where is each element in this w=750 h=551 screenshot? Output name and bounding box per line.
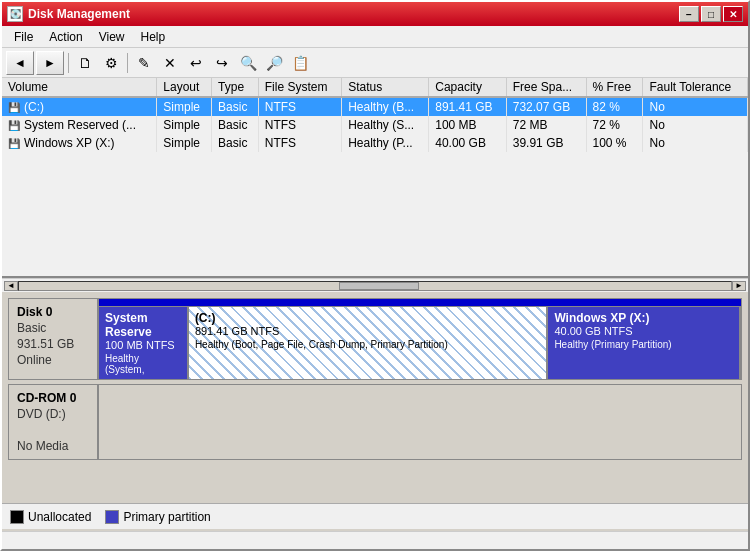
cdrom0-label: CD-ROM 0 DVD (D:) No Media (9, 385, 99, 459)
disk0-row: Disk 0 Basic 931.51 GB Online System Res… (8, 298, 742, 380)
cdrom0-status: No Media (17, 439, 89, 453)
close-button[interactable]: ✕ (723, 6, 743, 22)
partition-status: Healthy (Boot, Page File, Crash Dump, Pr… (195, 339, 541, 350)
scroll-left[interactable]: ◄ (4, 281, 18, 291)
disk0-name: Disk 0 (17, 305, 89, 319)
window-title: Disk Management (28, 7, 130, 21)
partition-c-drive[interactable]: (C:)891.41 GB NTFSHealthy (Boot, Page Fi… (189, 307, 549, 379)
legend-unallocated-box (10, 510, 24, 524)
col-type[interactable]: Type (212, 78, 259, 97)
disk-table: Volume Layout Type File System Status Ca… (2, 78, 748, 152)
cdrom0-type: DVD (D:) (17, 407, 89, 421)
col-status[interactable]: Status (342, 78, 429, 97)
toolbar: ◄ ► 🗋 ⚙ ✎ ✕ ↩ ↪ 🔍 🔎 📋 (2, 48, 748, 78)
forward-button[interactable]: ► (36, 51, 64, 75)
partition-size: 891.41 GB NTFS (195, 325, 541, 337)
maximize-button[interactable]: □ (701, 6, 721, 22)
partition-name: (C:) (195, 311, 541, 325)
scrollbar-track[interactable] (18, 281, 732, 291)
toolbar-btn-4[interactable]: ✕ (158, 51, 182, 75)
col-volume[interactable]: Volume (2, 78, 157, 97)
menu-help[interactable]: Help (133, 28, 174, 46)
partition-size: 40.00 GB NTFS (554, 325, 733, 337)
col-faulttolerance[interactable]: Fault Tolerance (643, 78, 748, 97)
legend-bar: Unallocated Primary partition (2, 503, 748, 529)
cdrom0-row: CD-ROM 0 DVD (D:) No Media (8, 384, 742, 460)
table-row[interactable]: 💾System Reserved (...SimpleBasicNTFSHeal… (2, 116, 748, 134)
partition-name: Windows XP (X:) (554, 311, 733, 325)
legend-unallocated-label: Unallocated (28, 510, 91, 524)
col-filesystem[interactable]: File System (258, 78, 341, 97)
disk0-label: Disk 0 Basic 931.51 GB Online (9, 299, 99, 379)
scroll-right[interactable]: ► (732, 281, 746, 291)
toolbar-separator-2 (127, 53, 128, 73)
top-panel: Volume Layout Type File System Status Ca… (2, 78, 748, 278)
partition-windows-xp[interactable]: Windows XP (X:)40.00 GB NTFSHealthy (Pri… (548, 307, 741, 379)
toolbar-separator-1 (68, 53, 69, 73)
main-window: 💽 Disk Management − □ ✕ File Action View… (0, 0, 750, 551)
legend-primary-label: Primary partition (123, 510, 210, 524)
toolbar-btn-5[interactable]: ↩ (184, 51, 208, 75)
back-button[interactable]: ◄ (6, 51, 34, 75)
toolbar-btn-2[interactable]: ⚙ (99, 51, 123, 75)
cdrom0-name: CD-ROM 0 (17, 391, 89, 405)
menu-view[interactable]: View (91, 28, 133, 46)
window-icon: 💽 (7, 6, 23, 22)
partition-system-reserve[interactable]: System Reserve100 MB NTFSHealthy (System… (99, 307, 189, 379)
minimize-button[interactable]: − (679, 6, 699, 22)
title-bar-left: 💽 Disk Management (7, 6, 130, 22)
disk0-type: Basic (17, 321, 89, 335)
toolbar-btn-6[interactable]: ↪ (210, 51, 234, 75)
menu-bar: File Action View Help (2, 26, 748, 48)
partition-status: Healthy (System, (105, 353, 181, 375)
title-controls: − □ ✕ (679, 6, 743, 22)
legend-primary: Primary partition (105, 510, 210, 524)
title-bar: 💽 Disk Management − □ ✕ (2, 2, 748, 26)
col-percentfree[interactable]: % Free (586, 78, 643, 97)
toolbar-btn-8[interactable]: 🔎 (262, 51, 286, 75)
inner-content: Volume Layout Type File System Status Ca… (2, 78, 748, 549)
disk0-status: Online (17, 353, 89, 367)
toolbar-btn-3[interactable]: ✎ (132, 51, 156, 75)
menu-action[interactable]: Action (41, 28, 90, 46)
partition-status: Healthy (Primary Partition) (554, 339, 733, 350)
toolbar-btn-1[interactable]: 🗋 (73, 51, 97, 75)
col-layout[interactable]: Layout (157, 78, 212, 97)
legend-primary-box (105, 510, 119, 524)
partition-size: 100 MB NTFS (105, 339, 181, 351)
cdrom0-area (99, 385, 741, 459)
disk0-size: 931.51 GB (17, 337, 89, 351)
table-row[interactable]: 💾(C:)SimpleBasicNTFSHealthy (B...891.41 … (2, 97, 748, 116)
scrollbar-thumb[interactable] (339, 282, 419, 290)
disk0-blue-bar (99, 299, 741, 307)
bottom-disk-view: Disk 0 Basic 931.51 GB Online System Res… (2, 292, 748, 549)
table-row[interactable]: 💾Windows XP (X:)SimpleBasicNTFSHealthy (… (2, 134, 748, 152)
col-freespace[interactable]: Free Spa... (506, 78, 586, 97)
col-capacity[interactable]: Capacity (429, 78, 507, 97)
main-content: Volume Layout Type File System Status Ca… (2, 78, 748, 549)
horizontal-scrollbar[interactable]: ◄ ► (2, 278, 748, 292)
disk0-partitions: System Reserve100 MB NTFSHealthy (System… (99, 307, 741, 379)
toolbar-btn-9[interactable]: 📋 (288, 51, 312, 75)
menu-file[interactable]: File (6, 28, 41, 46)
status-bar (2, 531, 748, 549)
partition-name: System Reserve (105, 311, 181, 339)
toolbar-btn-7[interactable]: 🔍 (236, 51, 260, 75)
legend-unallocated: Unallocated (10, 510, 91, 524)
